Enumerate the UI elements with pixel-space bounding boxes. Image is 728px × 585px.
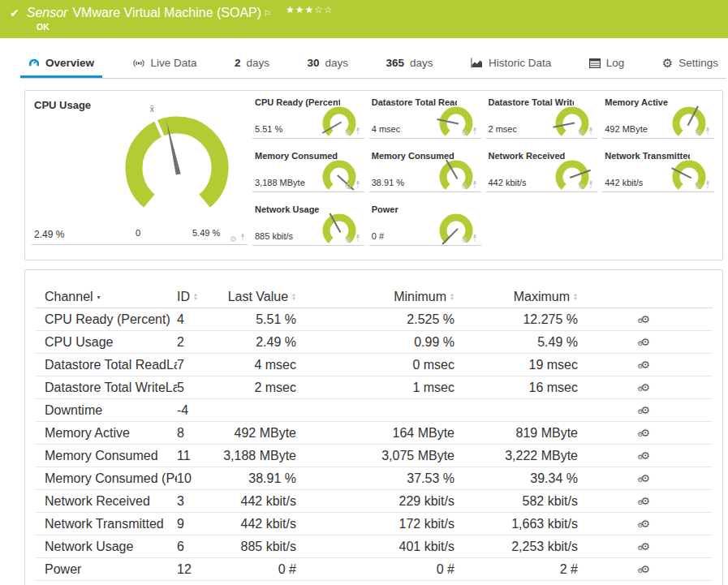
column-header-id[interactable]: ID ▲▼: [177, 290, 222, 304]
tab-30-days[interactable]: 30days: [299, 49, 357, 78]
gauge-settings-icon[interactable]: ⚙: [345, 235, 352, 244]
gauge-pin-icon[interactable]: [472, 181, 478, 191]
gauge-cell: Network Transmitted442 kbit/s⚙: [601, 144, 717, 198]
tab-overview[interactable]: Overview: [20, 49, 102, 78]
channel-last-value: 442 kbit/s: [222, 517, 296, 531]
channel-name[interactable]: Network Transmitted: [35, 517, 177, 531]
channel-settings-icon[interactable]: ⚙⚙: [640, 314, 650, 325]
gauge-settings-icon[interactable]: ⚙: [462, 128, 469, 137]
sensor-title: VMware Virtual Machine (SOAP): [72, 6, 261, 20]
divider: [602, 191, 714, 192]
channel-settings-icon[interactable]: ⚙⚙: [640, 541, 650, 552]
gauge-cell: Memory Active492 MByte⚙: [601, 91, 717, 144]
channel-settings-icon[interactable]: ⚙⚙: [640, 564, 650, 574]
channel-name[interactable]: Memory Active: [35, 426, 177, 441]
channel-settings-icon[interactable]: ⚙⚙: [640, 405, 650, 415]
tab-historic-data[interactable]: Historic Data: [463, 49, 559, 78]
column-header-channel[interactable]: Channel ▾: [35, 290, 177, 304]
gauge-settings-icon[interactable]: ⚙: [462, 182, 469, 191]
channel-settings-icon[interactable]: ⚙⚙: [640, 359, 650, 370]
gauge-pin-icon[interactable]: [355, 181, 361, 191]
channel-settings-icon[interactable]: ⚙⚙: [640, 496, 650, 506]
column-header-maximum[interactable]: Maximum ▲▼: [454, 290, 578, 304]
channel-maximum: 39.34 %: [454, 471, 578, 486]
gauge-pin-icon[interactable]: [588, 181, 594, 191]
tab-live-data[interactable]: Live Data: [124, 49, 205, 78]
channel-settings-icon[interactable]: ⚙⚙: [640, 337, 650, 347]
channel-last-value: 0 #: [222, 562, 296, 577]
tab-2-days[interactable]: 2days: [226, 49, 278, 78]
gauge-last-value: 442 kbit/s: [605, 178, 643, 187]
channels-panel: Channel ▾ ID ▲▼ Last Value ▲▼ Minimum ▲▼…: [24, 269, 723, 585]
status-check-icon: ✔: [10, 6, 19, 19]
channel-minimum: 1 msec: [296, 381, 454, 395]
channel-id: 3: [177, 494, 222, 509]
tab-365-days[interactable]: 365days: [378, 49, 442, 78]
divider: [486, 138, 598, 139]
channel-name[interactable]: Network Received: [35, 494, 177, 509]
channel-name[interactable]: CPU Usage: [35, 335, 177, 350]
gauge-pin-icon[interactable]: [472, 234, 478, 244]
channel-name[interactable]: Power: [35, 562, 177, 577]
channel-last-value: 38.91 %: [222, 471, 296, 486]
divider: [252, 245, 364, 246]
channel-settings-icon[interactable]: ⚙⚙: [640, 473, 650, 484]
gauge-last-value: 442 kbit/s: [489, 178, 527, 187]
channel-name[interactable]: Downtime: [35, 403, 177, 418]
gauge-settings-icon[interactable]: ⚙: [230, 234, 237, 243]
table-row: Memory Consumed113,188 MByte3,075 MByte3…: [35, 445, 713, 467]
gauge-last-value: 2.49 %: [34, 229, 64, 240]
divider: [369, 138, 481, 139]
gauge-pin-icon[interactable]: [588, 127, 594, 137]
gauge-pin-icon[interactable]: [239, 234, 246, 243]
gauge-pin-icon[interactable]: [355, 234, 361, 244]
table-row: Datastore Total WriteLate...52 msec1 mse…: [35, 376, 713, 399]
channel-name[interactable]: Memory Consumed (Per...: [35, 471, 177, 486]
channel-id: 12: [177, 562, 222, 577]
channel-settings-icon[interactable]: ⚙⚙: [640, 450, 650, 461]
gauge-settings-icon[interactable]: ⚙: [695, 182, 702, 191]
column-header-minimum[interactable]: Minimum ▲▼: [296, 290, 454, 304]
gauge-pin-icon[interactable]: [704, 181, 711, 191]
table-row: Memory Active8492 MByte164 MByte819 MByt…: [35, 422, 713, 445]
channel-settings-icon[interactable]: ⚙⚙: [640, 518, 650, 529]
gauge-settings-icon[interactable]: ⚙: [345, 182, 352, 191]
channel-minimum: 0 msec: [296, 358, 454, 372]
gauge-pin-icon[interactable]: [472, 127, 478, 137]
priority-stars[interactable]: ★★★☆☆: [286, 4, 334, 15]
gear-icon: ⚙: [662, 58, 673, 68]
gauge-cell: Network Usage885 kbit/s⚙: [251, 198, 368, 252]
priority-flag-icon[interactable]: ⚐: [264, 9, 271, 18]
gauge-settings-icon[interactable]: ⚙: [578, 182, 585, 191]
tab-label: Live Data: [151, 57, 197, 69]
channel-maximum: 19 msec: [454, 358, 578, 372]
cpu-usage-gauge: x̄: [115, 104, 239, 227]
gauge-settings-icon[interactable]: ⚙: [345, 128, 352, 137]
table-row: CPU Ready (Percent)45.51 %2.525 %12.275 …: [35, 308, 713, 331]
tab-label: days: [325, 57, 349, 69]
tab-number: 2: [235, 57, 241, 69]
tab-log[interactable]: Log: [581, 49, 633, 78]
tab-number: 30: [308, 57, 320, 69]
tab-label: days: [410, 57, 433, 69]
channel-minimum: 401 kbit/s: [296, 540, 454, 554]
gauge-settings-icon[interactable]: ⚙: [695, 128, 702, 137]
column-header-last-value[interactable]: Last Value ▲▼: [222, 290, 296, 304]
channel-maximum: 582 kbit/s: [454, 494, 578, 509]
tab-settings[interactable]: ⚙Settings: [654, 49, 726, 78]
channel-name[interactable]: Network Usage: [35, 540, 177, 554]
gauge-settings-icon[interactable]: ⚙: [462, 235, 469, 244]
channel-settings-icon[interactable]: ⚙⚙: [640, 428, 650, 438]
gauge-pin-icon[interactable]: [355, 127, 361, 137]
channel-name[interactable]: CPU Ready (Percent): [35, 312, 177, 327]
channel-settings-icon[interactable]: ⚙⚙: [640, 382, 650, 393]
broadcast-icon: [132, 58, 145, 68]
channel-last-value: 5.51 %: [222, 312, 296, 327]
channel-name[interactable]: Memory Consumed: [35, 449, 177, 463]
channel-name[interactable]: Datastore Total ReadLate...: [35, 358, 177, 372]
gauge-pin-icon[interactable]: [704, 127, 711, 137]
gauge-settings-icon[interactable]: ⚙: [578, 128, 585, 137]
channel-name[interactable]: Datastore Total WriteLate...: [35, 381, 177, 395]
channel-id: 6: [177, 540, 222, 554]
channel-id: -4: [177, 403, 222, 418]
